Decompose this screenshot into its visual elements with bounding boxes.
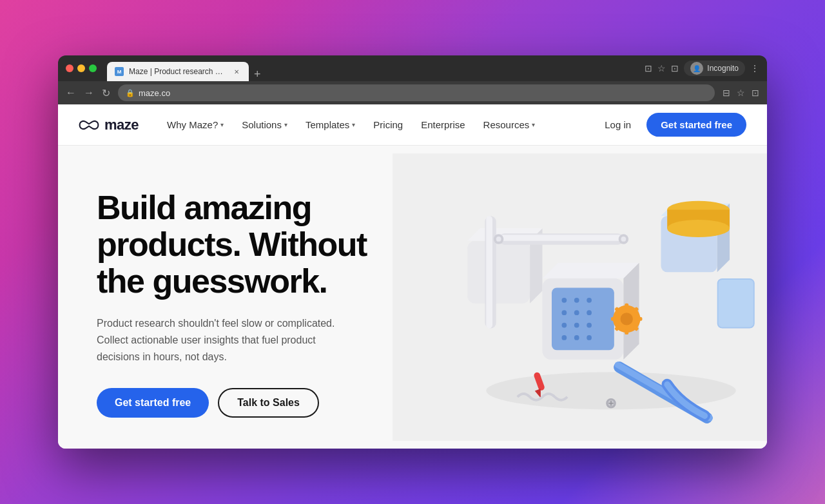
minimize-button[interactable] (77, 64, 85, 72)
svg-rect-2 (467, 241, 530, 304)
address-bar[interactable]: 🔒 maze.co (118, 84, 715, 101)
svg-point-42 (667, 220, 730, 237)
close-button[interactable] (66, 64, 73, 72)
forward-button[interactable]: → (84, 87, 94, 99)
reload-button[interactable]: ↻ (102, 87, 110, 99)
logo[interactable]: maze (79, 117, 139, 133)
svg-point-48 (621, 237, 626, 242)
titlebar: M Maze | Product research platfo... ✕ + … (58, 55, 767, 81)
cast-icon[interactable]: ⊟ (723, 88, 730, 98)
tab-close-button[interactable]: ✕ (232, 67, 241, 76)
svg-rect-34 (486, 216, 492, 328)
hero-content: Build amazing products. Without the gues… (58, 146, 393, 449)
svg-rect-25 (637, 317, 643, 321)
tab-bar: M Maze | Product research platfo... ✕ + (107, 55, 266, 81)
svg-rect-32 (499, 235, 624, 241)
svg-point-11 (587, 298, 592, 303)
new-tab-button[interactable]: + (249, 68, 266, 81)
incognito-label: Incognito (707, 64, 739, 73)
nav-item-why-maze[interactable]: Why Maze? ▾ (159, 115, 231, 134)
nav-cta-button[interactable]: Get started free (646, 113, 746, 137)
hero-section: Build amazing products. Without the gues… (58, 146, 767, 449)
nav-item-enterprise[interactable]: Enterprise (413, 115, 472, 134)
svg-point-10 (574, 298, 579, 303)
svg-point-15 (561, 323, 567, 328)
hero-subtitle: Product research shouldn't feel slow or … (97, 315, 342, 365)
hero-cta-secondary[interactable]: Talk to Sales (218, 388, 319, 418)
profile-icon[interactable]: ⊡ (671, 63, 679, 73)
svg-point-20 (587, 335, 592, 340)
nav-item-resources[interactable]: Resources ▾ (476, 115, 543, 134)
nav-right: Log in Get started free (597, 113, 746, 137)
logo-text: maze (104, 117, 139, 133)
omnibar-right: ⊟ ☆ ⊡ (723, 88, 759, 98)
svg-rect-23 (625, 304, 628, 309)
chevron-down-icon: ▾ (532, 121, 535, 128)
menu-icon[interactable]: ⋮ (750, 63, 759, 73)
svg-marker-6 (542, 263, 639, 278)
maximize-button[interactable] (89, 64, 97, 72)
nav-item-label: Solutions (242, 119, 282, 130)
svg-point-12 (561, 310, 567, 315)
nav-item-solutions[interactable]: Solutions ▾ (234, 115, 295, 134)
svg-point-16 (574, 323, 579, 328)
nav-item-label: Pricing (373, 119, 403, 130)
browser-window: M Maze | Product research platfo... ✕ + … (58, 55, 767, 449)
svg-point-9 (561, 298, 567, 303)
svg-point-22 (620, 313, 632, 325)
hero-illustration (393, 146, 767, 449)
traffic-lights (66, 64, 97, 72)
svg-point-17 (587, 323, 592, 328)
hero-title: Build amazing products. Without the gues… (97, 189, 367, 300)
svg-rect-8 (552, 287, 614, 350)
hero-title-line2: products. Without (97, 226, 367, 263)
window-controls-right: ⊡ ☆ ⊡ 👤 Incognito ⋮ (645, 61, 759, 76)
svg-point-14 (587, 310, 592, 315)
svg-point-46 (496, 237, 501, 242)
navigation: maze Why Maze? ▾ Solutions ▾ Templates ▾… (58, 104, 767, 146)
omnibar: ← → ↻ 🔒 maze.co ⊟ ☆ ⊡ (58, 81, 767, 104)
chevron-down-icon: ▾ (220, 121, 224, 128)
cast-icon: ⊡ (645, 63, 652, 73)
svg-rect-27 (625, 329, 628, 334)
incognito-badge[interactable]: 👤 Incognito (684, 61, 745, 76)
svg-rect-54 (718, 280, 753, 327)
star-icon[interactable]: ☆ (737, 88, 745, 98)
nav-item-label: Resources (483, 119, 530, 130)
nav-item-templates[interactable]: Templates ▾ (298, 115, 363, 134)
chevron-down-icon: ▾ (284, 121, 287, 128)
active-tab[interactable]: M Maze | Product research platfo... ✕ (107, 62, 249, 81)
lock-icon: 🔒 (126, 89, 135, 97)
tab-favicon: M (115, 67, 124, 76)
logo-icon (79, 119, 99, 131)
hero-cta-primary[interactable]: Get started free (97, 388, 209, 418)
hero-title-line1: Build amazing (97, 189, 311, 226)
hero-3d-illustration (393, 146, 767, 449)
svg-point-18 (561, 335, 567, 340)
login-button[interactable]: Log in (597, 114, 639, 135)
svg-point-13 (574, 310, 579, 315)
tab-title: Maze | Product research platfo... (129, 67, 227, 76)
url-text: maze.co (139, 88, 170, 98)
nav-item-pricing[interactable]: Pricing (365, 115, 411, 134)
nav-item-label: Templates (306, 119, 349, 130)
back-button[interactable]: ← (66, 87, 76, 99)
hero-buttons: Get started free Talk to Sales (97, 388, 367, 418)
extensions-icon[interactable]: ⊡ (752, 88, 759, 98)
nav-items: Why Maze? ▾ Solutions ▾ Templates ▾ Pric… (159, 115, 592, 134)
bookmark-icon[interactable]: ☆ (657, 63, 666, 73)
nav-item-label: Enterprise (421, 119, 465, 130)
chevron-down-icon: ▾ (352, 121, 355, 128)
page: maze Why Maze? ▾ Solutions ▾ Templates ▾… (58, 104, 767, 449)
svg-point-19 (574, 335, 579, 340)
hero-title-line3: the guesswork. (97, 262, 327, 300)
nav-item-label: Why Maze? (167, 119, 218, 130)
incognito-avatar: 👤 (690, 62, 703, 75)
svg-rect-29 (611, 317, 616, 321)
